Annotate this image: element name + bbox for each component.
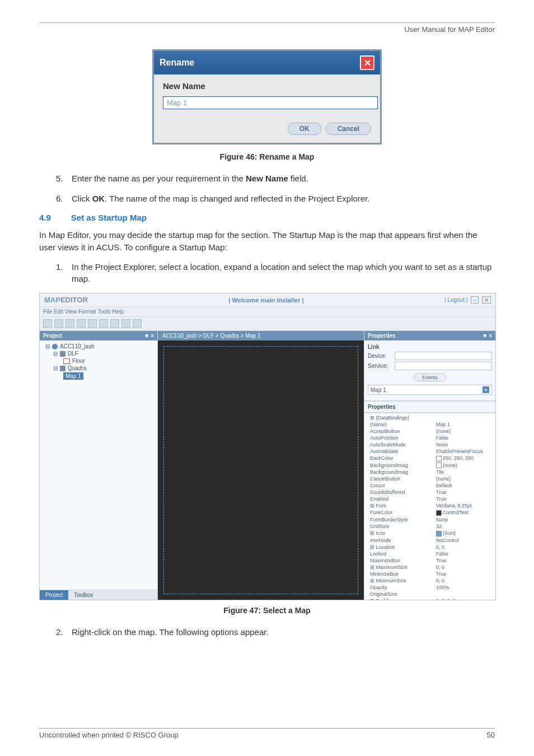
section-title: Set as Startup Map — [71, 213, 147, 222]
property-row[interactable]: ⊞ MaximumSize0, 0 — [370, 564, 493, 571]
minimize-icon[interactable]: – — [471, 296, 479, 304]
cancel-button[interactable]: Cancel — [326, 123, 371, 135]
folder-icon — [60, 351, 65, 357]
property-row[interactable]: EnabledTrue — [370, 496, 493, 502]
step-number: 1. — [56, 261, 72, 286]
tab-toolbox[interactable]: Toolbox — [68, 590, 99, 600]
step-5: 5. Enter the name as per your requiremen… — [56, 172, 495, 185]
ok-button[interactable]: OK — [288, 123, 321, 135]
toolbar-icon[interactable] — [110, 319, 119, 328]
property-row[interactable]: MaximizeBoxTrue — [370, 557, 493, 564]
globe-icon — [52, 344, 58, 349]
link-heading: Link — [368, 344, 380, 350]
app-logo: MAPEDITOR — [44, 296, 88, 304]
property-row[interactable]: LockedFalse — [370, 550, 493, 557]
dialog-title: Rename — [160, 58, 194, 68]
page-header: User Manual for MAP Editor — [39, 25, 495, 34]
figure46-caption: Figure 46: Rename a Map — [39, 152, 495, 161]
section-number: 4.9 — [39, 213, 51, 222]
map-canvas[interactable] — [158, 340, 364, 600]
close-icon[interactable]: ✕ — [482, 296, 491, 304]
property-row[interactable]: MinimizeBoxTrue — [370, 571, 493, 577]
logout-link[interactable]: | Logout | — [444, 297, 467, 303]
object-dropdown[interactable]: Map 1 ▾ — [368, 385, 492, 395]
property-row[interactable]: AutoValidateEnablePreventFocus — [370, 448, 493, 455]
property-row[interactable]: ⊞ (DataBindings) — [370, 414, 493, 421]
property-row[interactable]: BackColor250, 250, 250 — [370, 455, 493, 462]
tab-project[interactable]: Project — [40, 590, 68, 600]
new-name-input[interactable]: Map 1 — [163, 96, 378, 109]
toolbar-icon[interactable] — [65, 319, 74, 328]
property-row[interactable]: ForeColorControlText — [370, 509, 493, 516]
property-row[interactable]: OriginalSize — [370, 591, 493, 598]
property-row[interactable]: AcceptButton(none) — [370, 428, 493, 435]
toolbar[interactable] — [40, 317, 495, 331]
property-row[interactable]: BackgroundImagTile — [370, 469, 493, 475]
property-row[interactable]: ⊞ Icon(Icon) — [370, 530, 493, 537]
panel-pin-icon[interactable]: ⁕ × — [144, 333, 154, 339]
titlebar-center: | Welcome main installer | — [228, 297, 303, 304]
device-label: Device: — [368, 353, 392, 359]
selection-box — [163, 346, 358, 594]
chevron-down-icon[interactable]: ▾ — [483, 386, 489, 393]
property-row[interactable]: ImeModeNoControl — [370, 537, 493, 544]
panel-pin-icon[interactable]: ⁕ × — [483, 333, 492, 339]
property-row[interactable]: (Name)Map 1 — [370, 421, 493, 428]
toolbar-icon[interactable] — [121, 319, 130, 328]
step-2: 2. Right-click on the map. The following… — [56, 626, 495, 638]
property-row[interactable]: ⊞ FontVerdana, 8.25pt — [370, 502, 493, 509]
project-panel-title: Project — [43, 333, 62, 339]
step-number: 5. — [56, 172, 72, 185]
property-row[interactable]: Opacity100% — [370, 584, 493, 591]
toolbar-icon[interactable] — [54, 319, 63, 328]
device-input[interactable] — [395, 352, 492, 360]
property-row[interactable]: ⊞ Padding0, 0, 0, 0 — [370, 598, 493, 600]
folder-icon — [60, 366, 65, 371]
step-1: 1. In the Project Explorer, select a loc… — [56, 261, 495, 286]
toolbar-icon[interactable] — [133, 319, 142, 328]
property-grid[interactable]: ⊞ (DataBindings)(Name)Map 1AcceptButton(… — [364, 413, 495, 600]
new-name-label: New Name — [163, 81, 371, 91]
footer-left: Uncontrolled when printed © RISCO Group — [39, 731, 179, 739]
step-number: 6. — [56, 193, 72, 205]
main-menu[interactable]: File Edit View Format Tools Help — [40, 306, 495, 317]
toolbar-icon[interactable] — [77, 319, 86, 328]
toolbar-icon[interactable] — [43, 319, 52, 328]
property-row[interactable]: AutoPositionFalse — [370, 435, 493, 441]
figure47-caption: Figure 47: Select a Map — [39, 606, 495, 615]
property-row[interactable]: FormBorderStyleNone — [370, 516, 493, 523]
service-label: Service: — [368, 363, 392, 369]
property-row[interactable]: DoubleBufferedTrue — [370, 489, 493, 496]
toolbar-icon[interactable] — [99, 319, 108, 328]
property-row[interactable]: BackgroundImag(none) — [370, 462, 493, 469]
property-row[interactable]: GridSize32 — [370, 523, 493, 530]
step-number: 2. — [56, 626, 72, 638]
service-input[interactable] — [395, 362, 492, 370]
floor-icon — [63, 358, 70, 364]
tree-selected[interactable]: Map 1 — [63, 372, 83, 380]
rename-dialog: Rename ✕ New Name Map 1 OK Cancel — [152, 49, 382, 144]
footer-page-number: 50 — [487, 731, 495, 739]
properties-sub-heading: Properties — [364, 401, 495, 413]
breadcrumb: ACC110_jash > DLF > Quadra > Map 1 — [158, 331, 364, 340]
close-icon[interactable]: ✕ — [360, 55, 374, 70]
properties-panel-title: Properties — [368, 333, 395, 339]
property-row[interactable]: CursorDefault — [370, 482, 493, 489]
project-tree[interactable]: ⊟ACC110_jash ⊟DLF Floor ⊟Quadra Map 1 — [40, 340, 157, 590]
step-6: 6. Click OK. The name of the map is chan… — [56, 193, 495, 205]
property-row[interactable]: CancelButton(none) — [370, 475, 493, 482]
events-button[interactable]: Events — [414, 374, 446, 381]
property-row[interactable]: AutoScaleModeNone — [370, 441, 493, 448]
toolbar-icon[interactable] — [88, 319, 97, 328]
section-paragraph: In Map Editor, you may decide the startu… — [39, 229, 495, 254]
property-row[interactable]: ⊞ Location0, 0 — [370, 544, 493, 550]
mapeditor-window: MAPEDITOR | Welcome main installer | | L… — [39, 293, 496, 600]
property-row[interactable]: ⊞ MinimumSize0, 0 — [370, 577, 493, 584]
